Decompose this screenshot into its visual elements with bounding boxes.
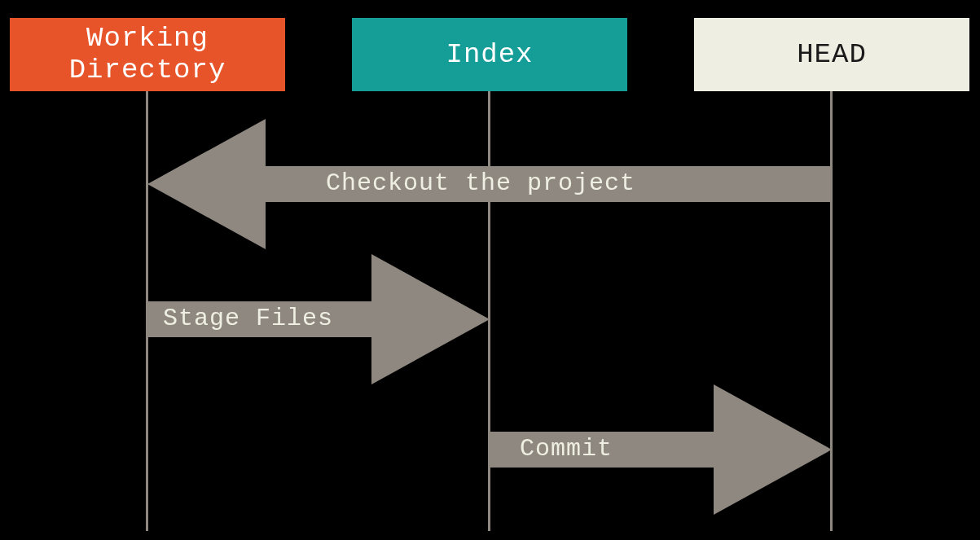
arrows-svg xyxy=(0,0,980,540)
git-workflow-diagram: Working Directory Index HEAD Checkout th… xyxy=(0,0,980,540)
arrow-label-stage: Stage Files xyxy=(163,305,333,332)
arrow-label-checkout: Checkout the project xyxy=(326,169,635,197)
arrow-label-commit: Commit xyxy=(520,435,613,463)
